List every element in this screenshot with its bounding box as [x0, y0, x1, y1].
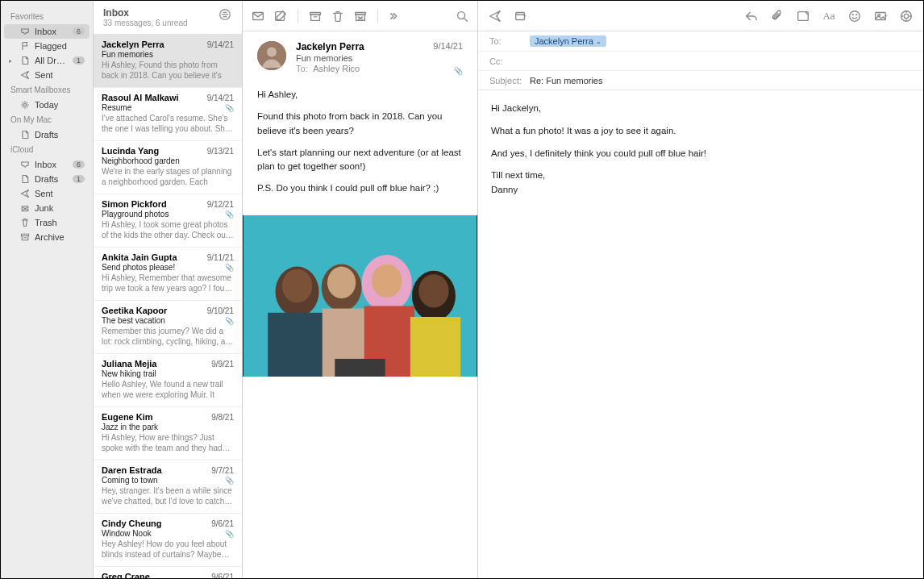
sent-icon	[20, 189, 30, 198]
message-list[interactable]: Jackelyn Perra9/14/21Fun memoriesHi Ashl…	[94, 35, 242, 578]
count-badge: 6	[73, 160, 85, 169]
doc-icon	[20, 130, 30, 140]
svg-rect-28	[410, 316, 460, 376]
reader-header: Jackelyn Perra Fun memories To: Ashley R…	[243, 31, 477, 83]
flag-icon	[20, 41, 30, 51]
trash-icon	[20, 218, 30, 227]
recipient-pill[interactable]: Jackelyn Perra ⌄	[530, 35, 606, 47]
reader-toolbar	[243, 1, 477, 31]
attachment-icon: 📎	[225, 210, 234, 219]
compose-body[interactable]: Hi Jackelyn,What a fun photo! It was a j…	[478, 90, 923, 209]
header-options-icon[interactable]	[514, 9, 528, 23]
send-icon[interactable]	[488, 9, 502, 23]
font-icon[interactable]: Aa	[822, 9, 836, 23]
count-badge: 1	[73, 175, 85, 183]
sidebar-item-today[interactable]: Today	[1, 98, 93, 112]
reader-body: Hi Ashley,Found this photo from back in …	[243, 83, 477, 215]
sidebar-item-junk[interactable]: Junk	[1, 201, 93, 215]
svg-point-20	[372, 264, 402, 298]
doc-icon	[20, 174, 30, 184]
message-row[interactable]: Greg Crane9/6/21New ways to take your ph…	[94, 567, 242, 578]
svg-point-13	[267, 48, 277, 57]
sidebar-item-sent[interactable]: Sent	[1, 186, 93, 201]
message-row[interactable]: Cindy Cheung9/6/21Window Nook📎Hey Ashley…	[94, 514, 242, 567]
message-row[interactable]: Simon Pickford9/12/21Playground photos📎H…	[94, 194, 242, 248]
sidebar-section-header: On My Mac	[1, 112, 93, 127]
avatar	[257, 41, 286, 70]
sidebar-section-header: iCloud	[1, 142, 93, 157]
doc-icon	[20, 56, 30, 65]
attach-icon[interactable]	[770, 9, 785, 23]
svg-point-22	[418, 273, 448, 307]
message-row[interactable]: Daren Estrada9/7/21Coming to town📎Hey, s…	[94, 460, 242, 514]
junk-icon[interactable]	[353, 9, 368, 23]
message-row[interactable]: Lucinda Yang9/13/21Neighborhood gardenWe…	[94, 141, 242, 194]
sidebar-item-sent[interactable]: Sent	[1, 68, 93, 82]
svg-rect-30	[516, 12, 525, 19]
compose-icon[interactable]	[273, 9, 288, 23]
attachment-icon: 📎	[225, 104, 234, 112]
sidebar-item-drafts[interactable]: Drafts	[1, 127, 93, 142]
attachment-icon: 📎	[225, 477, 234, 485]
disclosure-icon[interactable]: ▸	[9, 57, 15, 65]
inbox-title: Inbox	[103, 7, 188, 19]
reader-from: Jackelyn Perra	[296, 41, 423, 52]
svg-point-18	[327, 266, 356, 298]
sidebar-item-inbox[interactable]: Inbox6	[4, 24, 89, 39]
compose-fields: To: Jackelyn Perra ⌄ Cc: Subject: Re: Fu…	[478, 31, 923, 90]
attachment-icon: 📎	[454, 67, 463, 75]
inbox-subtitle: 33 messages, 6 unread	[103, 19, 188, 27]
sidebar-item-archive[interactable]: Archive	[1, 230, 93, 244]
message-list-header: Inbox 33 messages, 6 unread	[94, 1, 242, 35]
emoji-icon[interactable]	[847, 9, 862, 23]
reader-to: To: Ashley Rico	[296, 64, 423, 73]
inbox-icon	[20, 160, 30, 169]
filter-icon[interactable]	[218, 7, 232, 22]
message-row[interactable]: Juliana Mejia9/9/21New hiking trailHello…	[94, 354, 242, 407]
link-icon[interactable]	[899, 9, 914, 23]
message-row[interactable]: Ankita Jain Gupta9/11/21Send photos plea…	[94, 248, 242, 301]
svg-point-32	[850, 10, 860, 21]
message-row[interactable]: Rasoul Al Malkawi9/14/21Resume📎I've atta…	[94, 88, 242, 141]
attachment-icon: 📎	[225, 264, 234, 272]
svg-point-0	[24, 104, 27, 106]
message-reader-pane: Jackelyn Perra Fun memories To: Ashley R…	[243, 1, 478, 578]
attachment-icon: 📎	[225, 317, 234, 325]
attached-photo[interactable]	[243, 215, 477, 377]
sidebar-item-trash[interactable]: Trash	[1, 215, 93, 230]
reader-date: 9/14/21	[433, 41, 463, 51]
svg-rect-8	[311, 15, 320, 20]
trash-icon[interactable]	[331, 9, 345, 23]
message-row[interactable]: Jackelyn Perra9/14/21Fun memoriesHi Ashl…	[94, 35, 242, 88]
compose-subject-row[interactable]: Subject: Re: Fun memories	[478, 70, 923, 90]
inbox-icon	[20, 27, 30, 36]
format-box-icon[interactable]	[796, 9, 810, 23]
count-badge: 6	[73, 27, 85, 35]
sidebar-item-inbox[interactable]: Inbox6	[1, 157, 93, 172]
compose-cc-row[interactable]: Cc:	[478, 51, 923, 70]
sent-icon	[20, 70, 30, 80]
sidebar-section-header: Smart Mailboxes	[1, 82, 93, 98]
message-row[interactable]: Geetika Kapoor9/10/21The best vacation📎R…	[94, 301, 242, 354]
svg-point-16	[282, 269, 312, 302]
sidebar-item-drafts[interactable]: Drafts1	[1, 172, 93, 186]
count-badge: 1	[73, 56, 85, 65]
compose-to-row[interactable]: To: Jackelyn Perra ⌄	[478, 31, 923, 51]
chevron-down-icon[interactable]: ⌄	[596, 38, 601, 45]
compose-pane: Aa To: Jackelyn Perra ⌄ Cc: Subject: Re:…	[478, 1, 923, 578]
sidebar-item-flagged[interactable]: Flagged	[1, 39, 93, 53]
svg-rect-5	[253, 12, 264, 19]
svg-rect-10	[356, 15, 365, 20]
sidebar: FavoritesInbox6Flagged▸All Drafts1SentSm…	[1, 1, 94, 578]
svg-point-33	[852, 14, 853, 15]
sidebar-item-all-drafts[interactable]: ▸All Drafts1	[1, 53, 93, 68]
more-icon[interactable]	[388, 9, 402, 23]
message-list-pane: Inbox 33 messages, 6 unread Jackelyn Per…	[94, 1, 243, 578]
archive-icon[interactable]	[308, 9, 323, 23]
search-icon[interactable]	[455, 9, 469, 23]
photo-icon[interactable]	[873, 9, 888, 23]
envelope-icon[interactable]	[251, 9, 265, 23]
reply-icon[interactable]	[744, 9, 759, 23]
sidebar-section-header: Favorites	[1, 9, 93, 24]
message-row[interactable]: Eugene Kim9/8/21Jazz in the parkHi Ashle…	[94, 407, 242, 460]
